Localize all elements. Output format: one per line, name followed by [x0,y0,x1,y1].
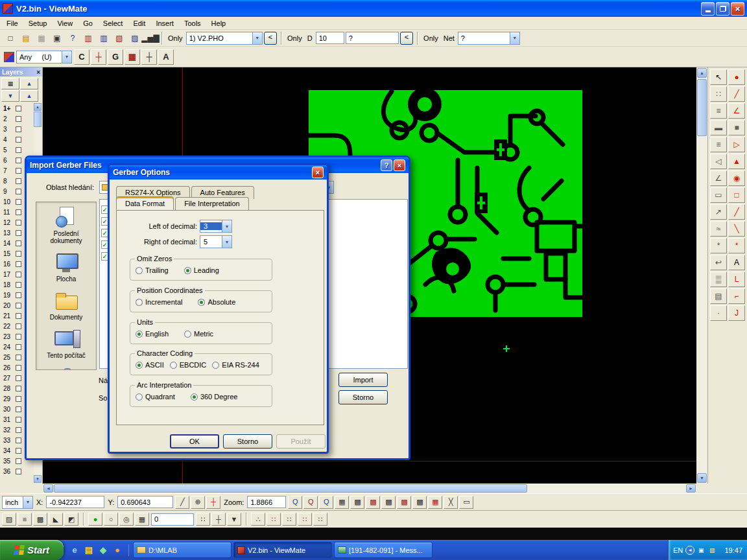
bar-icon[interactable]: ▬ [710,120,727,135]
volume-icon[interactable]: ▣ [696,546,706,555]
only-layer-toggle[interactable]: Only [168,34,183,42]
radio-option[interactable]: Incremental [136,298,182,306]
zoom-out-icon[interactable]: Q [319,496,333,509]
prev-layer-button[interactable]: < [264,32,277,45]
undo-icon[interactable]: ↩ [710,255,727,270]
draw-trace-icon[interactable]: ╱ [728,204,745,220]
layer-color-swatch[interactable] [16,240,21,246]
draw-angle-icon[interactable]: ∠ [728,103,745,119]
layer-color-swatch[interactable] [16,417,21,423]
layer-color-swatch[interactable] [16,438,21,443]
net-combo[interactable]: ? ▼ [458,32,520,45]
overlay-icon[interactable]: ▦ [428,496,442,509]
pattern-c-icon[interactable]: ▩ [397,496,411,509]
layer-color-swatch[interactable] [16,469,21,474]
place-network[interactable]: Místa v síti [36,362,96,370]
print-icon[interactable]: ▣ [50,31,64,45]
layer-color-swatch[interactable] [16,209,21,215]
pattern-d-icon[interactable]: ▩ [412,496,427,509]
wave-icon[interactable]: ≈ [710,221,727,237]
move-down-icon[interactable]: ▼ [1,90,19,102]
layer-row[interactable]: 5 [0,145,34,155]
radio-option[interactable]: ASCII [136,361,164,369]
vertical-scrollbar[interactable]: ▲ ▼ [696,67,707,484]
draw-rect-icon[interactable]: □ [728,187,745,203]
close-button[interactable]: × [731,2,744,16]
folder-launch-icon[interactable]: ▤ [83,544,95,556]
prev-dcode-button[interactable]: < [400,32,413,45]
star-icon[interactable]: * [710,238,727,253]
swap-icon[interactable]: ╳ [444,496,458,509]
layers-panel-titlebar[interactable]: Layers × [0,67,42,76]
start-button[interactable]: Start [0,540,64,560]
top-layer-icon[interactable]: ▲ [20,90,38,102]
task-dmlab[interactable]: D:\MLAB [133,542,231,558]
place-my-computer[interactable]: Tento počítač [36,324,96,362]
radio-option[interactable]: Absolute [198,298,235,306]
cancel-button[interactable]: Storno [338,390,388,404]
dcode-value-field[interactable]: 10 [316,32,344,44]
layer-color-swatch[interactable] [16,199,21,205]
dot-icon[interactable]: · [710,305,727,321]
radio-option[interactable]: 360 Degree [191,393,238,401]
left-of-decimal-combo[interactable]: 3 ▼ [200,220,232,233]
layer-color-swatch[interactable] [16,365,21,371]
layer-color-swatch[interactable] [16,261,21,267]
radio-option[interactable]: Trailing [136,266,169,274]
layer-color-swatch[interactable] [16,303,21,309]
minimize-button[interactable] [701,2,715,16]
pattern-b-icon[interactable]: ▩ [381,496,396,509]
radio-option[interactable]: English [136,330,169,338]
black-dots2-icon[interactable]: ∷ [313,513,327,526]
layer-color-swatch[interactable] [16,292,21,298]
layer-table-icon[interactable]: ▦ [1,78,19,89]
layer-color-swatch[interactable] [16,386,21,391]
any-filter-combo[interactable]: Any (U) ▼ [16,51,72,64]
apply-button[interactable]: Použít [276,434,326,449]
restore-button[interactable] [716,2,729,16]
save-icon[interactable]: ▦ [34,31,49,45]
g-tool-icon[interactable]: G [108,49,123,65]
pan-icon[interactable]: ∷ [710,86,727,102]
fill-icon[interactable]: ▩ [33,513,47,526]
corner-icon[interactable]: ⌐ [728,288,745,304]
scroll-up-icon[interactable]: ▲ [34,103,42,111]
line-draw-icon[interactable]: ╱ [175,496,189,509]
dialog-titlebar[interactable]: Gerber Options × [110,165,327,180]
dcode-table-icon[interactable]: ▧ [112,31,126,45]
origin-icon[interactable]: ┼ [206,496,220,509]
layer-color-swatch[interactable] [16,406,21,412]
horizontal-scrollbar[interactable]: ◄ ► [43,484,696,493]
layer-color-swatch[interactable] [16,323,21,329]
triangle-icon[interactable]: ◣ [49,513,63,526]
layer-color-swatch[interactable] [16,334,21,340]
place-documents[interactable]: Dokumenty [36,286,96,324]
status-led-icon[interactable]: ● [88,513,102,526]
drop-down-icon[interactable]: ▼ [227,513,241,526]
radio-option[interactable]: EIA RS-244 [212,361,259,369]
vector-icon[interactable]: ↗ [710,204,727,220]
open-file-icon[interactable]: ▤ [19,31,33,45]
layer-color-swatch[interactable] [16,272,21,277]
context-help-icon[interactable]: ? [65,31,80,45]
red-dots-icon[interactable]: ∷ [267,513,281,526]
move-up-icon[interactable]: ▲ [20,78,38,89]
tab-file-interpretation[interactable]: File Interpretation [175,197,249,210]
rect-icon[interactable]: ▭ [710,187,727,203]
grid-toggle-icon[interactable]: ▦ [135,513,149,526]
close-icon[interactable]: × [36,69,40,76]
only-net-toggle[interactable]: Only [423,34,438,42]
layer-color-swatch[interactable] [16,251,21,257]
radio-option[interactable]: Leading [184,266,219,274]
filled-square-icon[interactable]: ■ [728,120,745,135]
crosshair-icon[interactable]: ┼ [141,49,157,65]
layer-color-swatch[interactable] [16,230,21,236]
y-coordinate-field[interactable]: 0.690643 [117,496,173,508]
layer-color-swatch[interactable] [16,427,21,433]
layer-color-swatch[interactable] [16,189,21,194]
horizontal-scroll-thumb[interactable] [54,484,527,493]
layers-table-icon[interactable]: ▥ [97,31,111,45]
fill-icon[interactable]: ▒ [710,272,727,287]
layer-row[interactable]: 2 [0,113,34,124]
layer-color-swatch[interactable] [16,126,21,132]
